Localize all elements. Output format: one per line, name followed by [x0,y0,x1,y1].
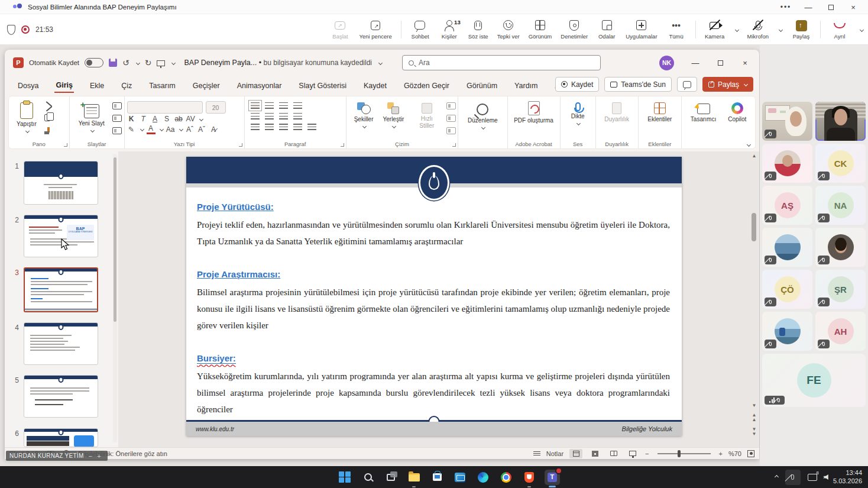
shape-fill-button[interactable] [446,102,456,109]
copilot-button[interactable]: Copilot [725,100,749,124]
window-minimize-button[interactable]: — [797,0,820,14]
italic-button[interactable]: T [139,115,148,123]
shape-effects-button[interactable] [446,127,456,134]
strikethrough-button[interactable]: ab [174,115,183,123]
notes-toggle[interactable]: Notlar [546,450,563,457]
start-slideshow-icon[interactable] [157,60,165,66]
ppt-close-button[interactable]: × [733,54,757,72]
numbered-list-button[interactable] [265,102,274,109]
participant-tile[interactable]: ŞR [815,270,866,309]
bullet-list-button[interactable] [251,102,260,109]
meeting-security-icon[interactable] [7,25,15,35]
slide-canvas[interactable]: Proje Yürütücüsü: Projeyi teklif eden, h… [186,157,682,436]
slide-layout-button[interactable] [112,102,122,109]
participant-tile[interactable]: NA [815,186,866,225]
font-dialog-launcher[interactable] [239,143,242,147]
fit-to-window-button[interactable] [747,450,754,457]
participant-tile[interactable]: CK [815,144,866,183]
apps-button[interactable]: Uygulamalar [626,20,657,40]
file-explorer-button[interactable] [406,470,422,485]
user-avatar[interactable]: NK [659,56,674,70]
text-direction-button[interactable] [293,102,302,109]
people-button[interactable]: 13 Kişiler [439,20,459,40]
highlight-button[interactable]: ✎ [127,125,136,134]
participant-video-tile[interactable] [762,102,812,141]
more-button[interactable]: ••• Tümü [666,20,686,40]
task-view-button[interactable] [383,470,399,485]
new-slide-button[interactable]: Yeni Slayt [76,103,108,133]
redo-button[interactable]: ↻ [145,58,152,67]
align-center-button[interactable] [265,124,274,130]
title-dropdown-chevron[interactable] [378,60,383,64]
participant-tile[interactable]: AŞ [762,186,812,225]
active-speaker-video-tile[interactable] [815,102,866,141]
convert-smartart-button[interactable] [307,124,316,130]
pdf-create-button[interactable]: PDF oluşturma [510,100,558,125]
font-color-button[interactable]: A [147,124,156,134]
participant-tile[interactable] [815,228,866,267]
thumbnail-slide-1[interactable]: 1 [5,161,118,205]
shape-outline-button[interactable] [446,115,456,122]
character-spacing-button[interactable]: AV [186,115,195,123]
slide-scrollbar[interactable]: ▲ ▼ ▲▲ ▼▼ [750,151,758,447]
ppt-minimize-button[interactable]: — [684,54,707,72]
thumbnail-scrollbar[interactable] [113,154,117,442]
font-size-select[interactable]: 20 [206,101,226,114]
font-name-select[interactable] [127,101,203,114]
share-button[interactable]: Paylaş [791,20,811,40]
tab-gorunum[interactable]: Görünüm [465,79,498,92]
arrange-button[interactable]: Yerleştir [380,100,407,129]
tray-display-icon[interactable] [808,474,817,481]
start-button[interactable] [337,470,352,485]
decrease-indent-button[interactable] [251,113,260,119]
tray-expand-chevron[interactable] [775,475,779,479]
camera-options-chevron[interactable] [735,27,739,31]
window-close-button[interactable]: × [842,0,864,14]
thumbnail-slide-6[interactable]: 6 [5,428,118,447]
raise-hand-button[interactable]: Söz iste [468,20,488,40]
tab-kaydet[interactable]: Kaydet [362,79,388,92]
undo-button[interactable]: ↺ [122,58,129,67]
view-slideshow-button[interactable] [626,449,639,458]
mic-button[interactable]: Mikrofon [747,20,769,40]
copy-button[interactable] [44,114,50,121]
window-more-options-button[interactable]: ••• [775,0,797,14]
comments-button[interactable] [677,77,697,92]
align-text-button[interactable] [293,113,302,119]
present-in-teams-button[interactable]: Teams'de Sun [604,77,672,92]
justify-button[interactable] [293,124,302,130]
increase-indent-button[interactable] [265,113,274,119]
participant-tile[interactable]: FE [762,354,866,407]
ppt-restore-button[interactable] [708,54,732,72]
tab-gozden-gecir[interactable]: Gözden Geçir [403,79,451,92]
window-restore-button[interactable] [820,0,842,14]
taskbar-clock[interactable]: 13:44 5.03.2026 [833,469,862,486]
participant-tile[interactable] [762,312,812,351]
tab-ciz[interactable]: Çiz [120,79,133,92]
section-button[interactable] [112,127,122,134]
tab-yardim[interactable]: Yardım [513,79,539,92]
dictate-button[interactable]: Dikte [563,100,593,126]
thumbnail-slide-3-selected[interactable]: 3 [5,267,118,312]
participant-tile[interactable]: AH [815,312,866,351]
mic-options-chevron[interactable] [779,27,783,31]
zoom-slider[interactable] [658,453,711,454]
zoom-out-button[interactable]: − [645,450,649,457]
thumbnail-slide-5[interactable]: 5 [5,375,118,418]
outlook-button[interactable] [452,470,468,485]
microsoft-store-button[interactable] [429,470,445,485]
paragraph-dialog-launcher[interactable] [341,143,344,147]
tab-dosya[interactable]: Dosya [17,79,40,92]
tab-tasarim[interactable]: Tasarım [148,79,176,92]
participant-tile[interactable] [762,144,812,183]
save-icon[interactable] [109,59,117,67]
format-painter-button[interactable] [47,127,50,132]
reset-slide-button[interactable] [112,115,122,122]
shadow-button[interactable]: S [163,115,171,123]
tab-giris[interactable]: Giriş [54,79,74,93]
drawing-dialog-launcher[interactable] [452,143,456,147]
designer-button[interactable]: Tasarımcı [688,101,719,124]
tray-mic-muted-button[interactable] [785,470,801,485]
line-spacing-button[interactable] [279,102,288,109]
shapes-button[interactable]: Şekiller [351,100,377,129]
